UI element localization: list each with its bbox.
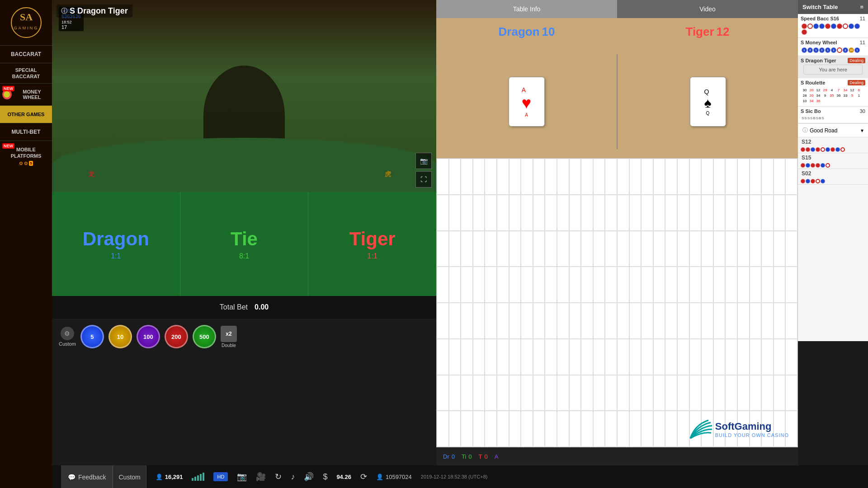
grid-cell [473,159,485,195]
grid-cell [785,339,797,375]
nav-multi-bet[interactable]: MULTI-BET [0,123,52,141]
datetime-item: 2019-12-12 18:52:38 (UTC+8) [421,474,488,479]
grid-cell [485,339,497,375]
center-panel: Table Info Video Dragon 10 [436,0,798,465]
grid-cell [509,411,521,447]
grid-cell [713,159,726,195]
grid-cell [497,231,509,267]
grid-cell [593,375,605,411]
grid-cell [569,303,581,339]
signal-bars [192,473,204,481]
side-table-s12[interactable]: S12 [798,137,868,153]
grid-cell [449,195,461,231]
hd-button[interactable]: HD [213,472,228,481]
dragon-bet-zone[interactable]: Dragon 1:1 [52,192,180,296]
grid-cell [665,411,677,447]
camera-btn[interactable]: 📷 [415,153,432,169]
grid-cell [641,267,653,303]
grid-cell [485,267,497,303]
good-road-header[interactable]: ⓘ Good Road ▾ [798,123,868,137]
sort-icon[interactable]: ≡ [860,4,863,10]
softgaming-logo: SoftGaming BUILD YOUR OWN CASINO [686,416,789,443]
grid-cell [725,159,737,195]
grid-cell [557,411,569,447]
balance-value-item: 94.26 [336,474,351,480]
table-entry-roulette[interactable]: S Roulette Dealing 30 20 12 29 4 7 34 12… [798,78,868,107]
table-entry-money-wheel[interactable]: S Money Wheel 11 1 2 1 1 1 1 9 2 16 1 [798,38,868,56]
custom-button[interactable]: ⚙ Custom [59,327,76,347]
grid-cell [533,411,545,447]
grid-cell [605,267,617,303]
grid-cell [473,411,485,447]
grid-cell [509,195,521,231]
grid-cell [677,267,689,303]
grid-cell [737,159,750,195]
grid-cell [485,411,497,447]
nav-other-games[interactable]: OTHER GAMES [0,105,52,123]
grid-cell [509,339,521,375]
tiger-bet-zone[interactable]: Tiger 1:1 [308,192,436,296]
nav-baccarat[interactable]: BACCARAT [0,45,52,63]
currency-icon[interactable]: $ [323,472,327,482]
music-icon[interactable]: ♪ [291,472,295,482]
grid-cell [689,267,702,303]
chip-100[interactable]: 100 [137,325,160,348]
grid-cell [750,375,762,411]
fullscreen-btn[interactable]: ⛶ [415,171,432,188]
video-icon[interactable]: 🎥 [256,472,266,482]
grid-cell [593,411,605,447]
grid-cell [641,159,653,195]
volume-icon[interactable]: 🔊 [304,472,314,482]
grid-cell [629,375,642,411]
side-table-s02[interactable]: S02 [798,169,868,185]
nav-special-baccarat[interactable]: SPECIAL BACCARAT [0,63,52,83]
grid-cell [653,267,665,303]
table-info-tab[interactable]: Table Info [436,0,617,18]
tab-bar: Table Info Video [436,0,798,18]
chip-500[interactable]: 500 [193,325,216,348]
grid-cell [473,375,485,411]
nav-money-wheel[interactable]: NEW MONEY WHEEL [0,83,52,105]
grid-cell [701,231,713,267]
video-tab[interactable]: Video [617,0,798,18]
double-button[interactable]: x2 Double [221,326,237,348]
score-row: Dr 0 Ti 0 T 0 A [436,447,798,465]
grid-cell [725,375,737,411]
refresh-icon[interactable]: ↻ [275,472,282,482]
grid-cell [774,339,786,375]
nav-mobile-platforms[interactable]: NEW MOBILE PLATFORMS ⊙ ⊙ 5 [0,141,52,171]
grid-cell [761,375,774,411]
chip-10[interactable]: 10 [108,325,132,348]
s02-beads [798,178,868,184]
grid-cell [653,339,665,375]
camera-off-icon[interactable]: 📷 [237,472,247,482]
feedback-button[interactable]: 💬 Feedback [61,466,113,488]
sic-bo-icons: S S S S B S B S [801,115,865,121]
grid-cell [785,231,797,267]
grid-cell [581,375,593,411]
table-entry-sic-bo[interactable]: S Sic Bo 30 S S S S B S B S [798,107,868,123]
grid-cell [713,339,726,375]
grid-cell [761,159,774,195]
grid-cell [497,339,509,375]
grid-cell [750,231,762,267]
right-panel: Switch Table ≡ Speed Bacc S16 11 [798,0,868,341]
table-entry-speed-bacc[interactable]: Speed Bacc S16 11 [798,14,868,38]
grid-cell [701,267,713,303]
table-entry-dragon-tiger[interactable]: S Dragon Tiger Dealing You are here [798,56,868,78]
grid-cell [533,159,545,195]
side-table-s15[interactable]: S15 [798,153,868,169]
grid-cell [449,375,461,411]
chip-200[interactable]: 200 [165,325,188,348]
rotate-icon[interactable]: ⟳ [360,472,367,482]
grid-cell [449,159,461,195]
bottom-bar: 💬 Feedback Custom 👤 16,291 [52,465,868,488]
grid-cell [677,339,689,375]
chip-5[interactable]: 5 [80,325,104,348]
tie-bet-zone[interactable]: Tie 8:1 [180,192,309,296]
custom-label-button[interactable]: Custom [113,466,146,488]
grid-cell [437,303,449,339]
grid-cell [521,303,533,339]
grid-cell [761,267,774,303]
grid-cell [497,159,509,195]
